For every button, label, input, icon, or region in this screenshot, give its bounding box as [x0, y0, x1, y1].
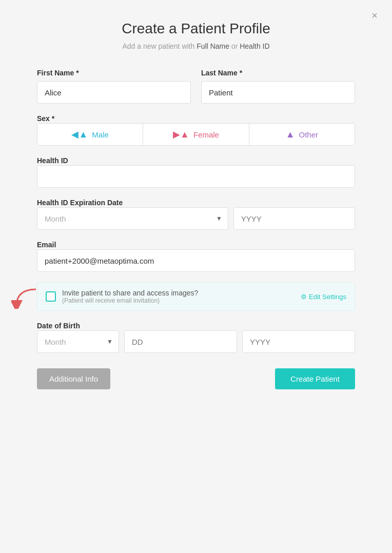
health-id-month-select[interactable]: Month JanuaryFebruaryMarch AprilMayJune …	[37, 207, 228, 230]
female-icon: ▶▲	[173, 129, 189, 140]
dob-month-select[interactable]: Month JanuaryFebruaryMarch AprilMayJune …	[37, 330, 119, 353]
email-label: Email	[37, 241, 56, 249]
dob-date: Month JanuaryFebruaryMarch AprilMayJune …	[37, 330, 355, 353]
email-group: Email	[37, 240, 355, 272]
first-name-group: First Name *	[37, 69, 191, 104]
invite-box: Invite patient to share and access image…	[37, 282, 355, 311]
close-button[interactable]: ×	[371, 10, 378, 21]
create-patient-modal: × Create a Patient Profile Add a new pat…	[0, 0, 392, 553]
health-id-expiration-group: Health ID Expiration Date Month JanuaryF…	[37, 198, 355, 230]
dob-month-wrap: Month JanuaryFebruaryMarch AprilMayJune …	[37, 330, 119, 353]
modal-subtitle: Add a new patient with Full Name or Heal…	[37, 42, 355, 50]
health-id-expiration-date: Month JanuaryFebruaryMarch AprilMayJune …	[37, 207, 355, 230]
dob-year-input[interactable]	[242, 330, 355, 353]
sex-label: Sex *	[37, 114, 54, 123]
edit-settings-link[interactable]: ⚙ Edit Settings	[301, 293, 346, 301]
first-name-label: First Name *	[37, 69, 191, 77]
last-name-input[interactable]	[201, 81, 355, 104]
form-footer: Additional Info Create Patient	[37, 368, 355, 389]
sex-option-female[interactable]: ▶▲ Female	[143, 124, 249, 145]
invite-wrapper: Invite patient to share and access image…	[37, 282, 355, 311]
last-name-group: Last Name *	[201, 69, 355, 104]
health-id-year-input[interactable]	[233, 207, 355, 230]
dob-label: Date of Birth	[37, 322, 80, 330]
first-name-input[interactable]	[37, 81, 191, 104]
health-id-input[interactable]	[37, 165, 355, 188]
sex-group: Sex * ◀▲ Male ▶▲ Female ▲ Other	[37, 114, 355, 146]
sex-option-male[interactable]: ◀▲ Male	[37, 124, 143, 145]
health-id-group: Health ID	[37, 156, 355, 188]
dob-day-input[interactable]	[124, 330, 237, 353]
invite-checkbox[interactable]	[46, 291, 56, 302]
additional-info-button[interactable]: Additional Info	[37, 368, 110, 389]
male-icon: ◀▲	[71, 129, 88, 140]
red-arrow-indicator	[11, 288, 37, 309]
health-id-expiration-label: Health ID Expiration Date	[37, 199, 123, 207]
last-name-label: Last Name *	[201, 69, 355, 77]
modal-title: Create a Patient Profile	[37, 21, 355, 37]
other-icon: ▲	[286, 129, 295, 140]
sex-selector: ◀▲ Male ▶▲ Female ▲ Other	[37, 123, 355, 146]
health-id-label: Health ID	[37, 156, 68, 165]
gear-icon: ⚙	[301, 293, 307, 301]
email-input[interactable]	[37, 249, 355, 272]
create-patient-button[interactable]: Create Patient	[275, 368, 355, 389]
name-row: First Name * Last Name *	[37, 69, 355, 104]
sex-option-other[interactable]: ▲ Other	[249, 124, 355, 145]
invite-text: Invite patient to share and access image…	[62, 289, 295, 304]
dob-group: Date of Birth Month JanuaryFebruaryMarch…	[37, 321, 355, 353]
health-id-month-wrap: Month JanuaryFebruaryMarch AprilMayJune …	[37, 207, 228, 230]
